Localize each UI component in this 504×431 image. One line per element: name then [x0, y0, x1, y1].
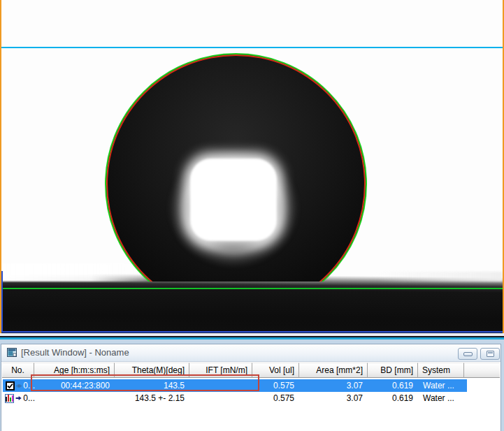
row0-bd: 0.619	[368, 379, 419, 392]
restore-icon	[487, 351, 494, 357]
result-window-titlebar[interactable]: [Result Window] - Noname	[1, 344, 501, 362]
header-filler[interactable]	[464, 363, 500, 378]
row1-no: 0...	[23, 392, 35, 404]
minimize-button[interactable]	[458, 348, 477, 360]
row1-system: Water ...	[419, 392, 465, 404]
header-bd[interactable]: BD [mm]	[368, 363, 418, 378]
check-icon	[7, 383, 13, 389]
result-window-title: [Result Window] - Noname	[21, 347, 129, 358]
bar-chart-icon	[5, 394, 14, 403]
row1-area: 3.07	[300, 392, 368, 404]
restore-button[interactable]	[480, 348, 500, 360]
eye-icon	[16, 382, 22, 390]
red-highlight-annotation	[31, 374, 259, 391]
row0-vol: 0.575	[253, 379, 300, 392]
header-area[interactable]: Area [mm*2]	[299, 363, 368, 378]
droplet-silhouette-with-contour	[105, 53, 367, 282]
row0-checkbox-checked[interactable]	[6, 381, 15, 390]
substrate-surface	[0, 272, 504, 333]
table-row-statistics[interactable]: 0... 143.5 +- 2.15 0.575 3.07 0.619 Wate…	[3, 392, 467, 404]
row1-bd: 0.619	[368, 392, 419, 404]
level-line-cyan	[1, 47, 503, 48]
baseline-line	[1, 288, 503, 289]
droplet-light-reflection	[190, 159, 277, 241]
droplet-clip-region	[0, 0, 504, 282]
row1-theta: 143.5 +- 2.15	[115, 392, 190, 404]
header-vol[interactable]: Vol [ul]	[252, 363, 299, 378]
result-table: No. Age [h:m:s:ms] Theta(M)[deg] IFT [mN…	[2, 363, 500, 431]
minimize-icon	[463, 352, 473, 356]
row1-age	[35, 392, 115, 404]
row1-ift	[190, 392, 253, 404]
row1-no-cell: 0...	[3, 392, 35, 404]
header-system[interactable]: System	[418, 363, 464, 378]
app-screen: [Result Window] - Noname No. Age [h:m:s:…	[0, 0, 504, 431]
arrow-right-icon	[15, 394, 22, 402]
result-window-icon[interactable]	[7, 348, 17, 357]
row0-area: 3.07	[300, 379, 368, 392]
drop-image-view	[0, 0, 504, 333]
header-no[interactable]: No.	[2, 363, 34, 378]
row1-vol: 0.575	[253, 392, 300, 404]
frame-line-blue-left	[1, 271, 3, 332]
frame-line-navy-bottom	[1, 333, 503, 333]
row0-system: Water ...	[419, 379, 465, 392]
